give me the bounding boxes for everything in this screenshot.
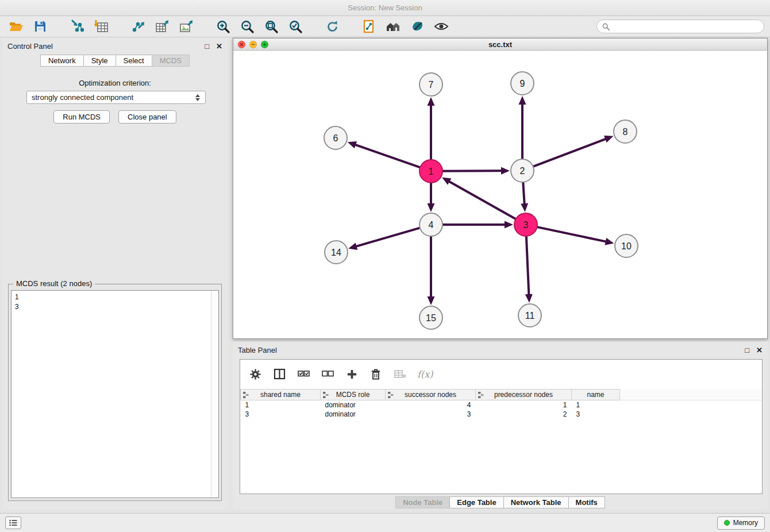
close-panel-button[interactable]: Close panel <box>118 110 176 124</box>
node-table-row[interactable]: 1dominator411 <box>241 400 763 410</box>
tab-edge-table[interactable]: Edge Table <box>449 496 503 508</box>
column-header-successor-nodes[interactable]: successor nodes <box>386 390 476 400</box>
export-table-button[interactable] <box>152 18 172 35</box>
zoom-out-button[interactable] <box>237 18 257 35</box>
home-button[interactable] <box>383 18 403 35</box>
deselect-all-button[interactable] <box>321 367 334 381</box>
node-table-cell[interactable]: 3 <box>572 410 620 419</box>
edge-4-to-15[interactable] <box>428 236 435 305</box>
tab-mcds[interactable]: MCDS <box>152 55 190 67</box>
edge-4-to-3[interactable] <box>442 221 513 229</box>
column-tree-icon <box>243 392 249 400</box>
graph-node-4[interactable]: 4 <box>419 213 442 236</box>
memory-button[interactable]: Memory <box>717 516 765 530</box>
column-header-shared-name[interactable]: shared name <box>241 390 321 400</box>
network-document-button[interactable] <box>359 18 379 35</box>
graph-node-3[interactable]: 3 <box>514 213 537 236</box>
graph-node-14[interactable]: 14 <box>325 241 348 264</box>
tab-network-table[interactable]: Network Table <box>503 496 568 508</box>
criterion-dropdown[interactable]: strongly connected component <box>26 91 206 104</box>
node-table-cell[interactable]: 2 <box>476 410 572 419</box>
node-table-cell[interactable]: 1 <box>572 400 620 410</box>
edge-2-to-8[interactable] <box>533 136 614 167</box>
network-canvas[interactable]: 7968124314101511 <box>233 51 767 338</box>
search-input[interactable] <box>613 22 759 30</box>
node-table-cell[interactable]: 4 <box>386 400 476 410</box>
node-label: 9 <box>520 79 525 88</box>
column-header-predecessor-nodes[interactable]: predecessor nodes <box>476 390 572 400</box>
column-header-mcds-role[interactable]: MCDS role <box>321 390 386 400</box>
export-network-button[interactable] <box>128 18 148 35</box>
node-table-cell[interactable]: 3 <box>386 410 476 419</box>
select-all-button[interactable] <box>297 367 310 381</box>
show-columns-button[interactable] <box>272 367 286 381</box>
tab-style[interactable]: Style <box>83 55 116 67</box>
tab-node-table[interactable]: Node Table <box>395 496 449 508</box>
node-table-cell[interactable]: dominator <box>321 410 386 419</box>
title-bar: Session: New Session <box>0 0 770 16</box>
zoom-in-button[interactable] <box>213 18 233 35</box>
edge-arrowhead-icon <box>604 136 613 142</box>
edge-3-to-11[interactable] <box>525 236 533 303</box>
graph-node-6[interactable]: 6 <box>324 126 347 149</box>
graph-node-9[interactable]: 9 <box>511 72 534 95</box>
graph-node-10[interactable]: 10 <box>615 234 638 257</box>
mcds-result-area[interactable]: 13 <box>11 290 219 498</box>
edge-2-to-3[interactable] <box>521 182 528 212</box>
edge-1-to-7[interactable] <box>428 97 435 160</box>
style-button[interactable] <box>407 18 428 35</box>
close-table-panel-icon[interactable]: ✕ <box>756 346 763 354</box>
search-box[interactable] <box>596 20 764 33</box>
node-table-cell[interactable]: 3 <box>241 410 321 419</box>
edge-3-to-10[interactable] <box>537 227 614 245</box>
refresh-layout-icon <box>325 20 340 34</box>
edge-2-to-9[interactable] <box>519 96 526 159</box>
tab-select[interactable]: Select <box>116 55 152 67</box>
minimize-window-icon[interactable] <box>249 41 257 48</box>
open-session-button[interactable] <box>6 18 26 35</box>
close-window-icon[interactable] <box>238 41 245 48</box>
delete-column-button[interactable] <box>393 367 407 381</box>
graph-node-1[interactable]: 1 <box>419 160 442 183</box>
node-table-cell[interactable]: 1 <box>241 400 321 410</box>
import-network-button[interactable] <box>67 18 87 35</box>
apply-layout-button[interactable] <box>322 18 342 35</box>
node-label: 6 <box>333 133 338 143</box>
export-image-button[interactable] <box>176 18 197 35</box>
add-column-button[interactable] <box>345 367 359 381</box>
node-table-cell[interactable]: 1 <box>476 400 572 410</box>
zoom-window-icon[interactable] <box>261 41 268 48</box>
graph-node-15[interactable]: 15 <box>419 306 442 329</box>
save-session-button[interactable] <box>30 18 51 35</box>
show-hide-button[interactable] <box>431 18 452 35</box>
table-panel-tabs: Node Table Edge Table Network Table Moti… <box>233 496 768 508</box>
zoom-fit-button[interactable] <box>261 18 282 35</box>
run-mcds-button[interactable]: Run MCDS <box>53 110 110 124</box>
graph-node-11[interactable]: 11 <box>518 304 541 327</box>
edge-3-to-1[interactable] <box>442 178 515 219</box>
network-window-titlebar[interactable]: scc.txt <box>233 38 767 51</box>
node-table-cell-filler <box>620 410 763 419</box>
node-table-row[interactable]: 3dominator323 <box>241 410 763 419</box>
table-settings-button[interactable] <box>248 367 262 381</box>
close-panel-icon[interactable]: ✕ <box>216 43 222 50</box>
tab-network[interactable]: Network <box>40 55 83 67</box>
node-table-cell[interactable]: dominator <box>321 400 386 410</box>
edge-1-to-2[interactable] <box>442 167 510 175</box>
edge-1-to-6[interactable] <box>348 141 420 167</box>
float-table-panel-icon[interactable]: □ <box>745 346 749 354</box>
zoom-selected-button[interactable] <box>285 18 306 35</box>
column-header-name[interactable]: name <box>572 390 620 400</box>
graph-node-2[interactable]: 2 <box>511 159 534 182</box>
graph-node-7[interactable]: 7 <box>419 73 442 96</box>
edge-4-to-14[interactable] <box>348 228 420 250</box>
task-history-button[interactable] <box>5 516 21 529</box>
result-scrollbar[interactable] <box>211 291 218 498</box>
graph-node-8[interactable]: 8 <box>614 120 637 143</box>
tab-motifs[interactable]: Motifs <box>568 496 605 508</box>
import-table-button[interactable] <box>91 18 111 35</box>
function-builder-button[interactable]: f(x) <box>417 367 433 381</box>
delete-rows-button[interactable] <box>369 367 383 381</box>
edge-1-to-4[interactable] <box>428 183 435 212</box>
float-panel-icon[interactable]: □ <box>205 43 209 50</box>
